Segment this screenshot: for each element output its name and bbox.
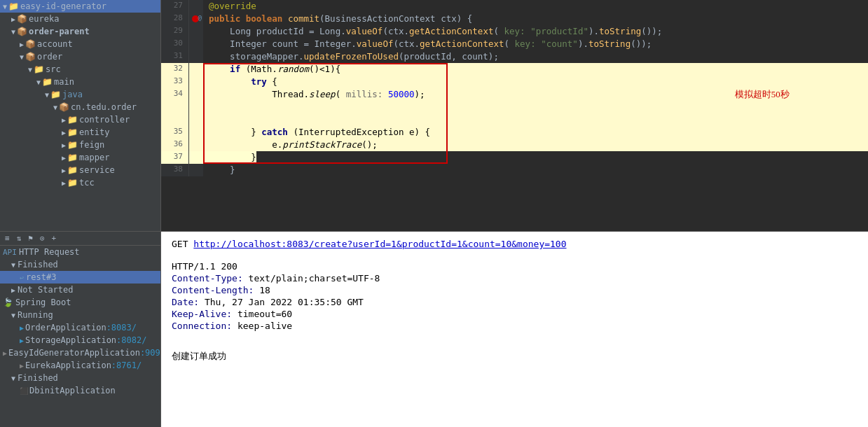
code-line-33: 33 try { bbox=[161, 76, 868, 88]
sidebar-label: order-parent bbox=[29, 27, 90, 36]
arrow-icon: ▼ bbox=[11, 261, 15, 269]
code-line-32: 32 if (Math.random()<1){ bbox=[161, 63, 868, 76]
arrow-icon: ▶ bbox=[62, 116, 66, 124]
arrow-icon: ▶ bbox=[62, 154, 66, 162]
toolbar-dots-icon[interactable]: ⊙ bbox=[38, 233, 47, 244]
folder-icon: 📁 bbox=[34, 64, 44, 74]
finished-spring-label: Finished bbox=[18, 373, 58, 383]
arrow-icon: ▶ bbox=[62, 179, 66, 187]
storage-app-item[interactable]: ▶ StorageApplication:8082/ bbox=[0, 334, 160, 346]
spring-boot-section[interactable]: 🍃 Spring Boot bbox=[0, 296, 160, 309]
line-gutter bbox=[189, 63, 203, 76]
line-gutter bbox=[189, 88, 203, 126]
response-panel: GET http://localhost:8083/create?userId=… bbox=[161, 232, 868, 427]
sidebar-item-order-parent[interactable]: ▼ 📦 order-parent bbox=[0, 25, 160, 38]
line-number: 32 bbox=[161, 63, 189, 76]
eureka-app-item[interactable]: ▶ EurekaApplication:8761/ bbox=[0, 359, 160, 372]
header-key: Content-Type: bbox=[172, 273, 243, 284]
sidebar-item-src[interactable]: ▼ 📁 src bbox=[0, 63, 160, 76]
folder-icon: 📁 bbox=[67, 178, 78, 188]
header-key: Keep-Alive: bbox=[172, 309, 232, 319]
finished-section[interactable]: ▼ Finished bbox=[0, 258, 160, 271]
highlighted-block: 32 if (Math.random()<1){ 33 try { 34 Thr… bbox=[161, 63, 868, 164]
toolbar-menu-icon[interactable]: ≡ bbox=[3, 233, 12, 244]
response-status: HTTP/1.1 200 bbox=[172, 261, 857, 272]
line-content: } bbox=[203, 164, 235, 176]
sidebar-item-main[interactable]: ▼ 📁 main bbox=[0, 76, 160, 88]
sidebar-item-eureka[interactable]: ▶ 📦 eureka bbox=[0, 13, 160, 25]
play-icon: ▶ bbox=[20, 337, 24, 344]
sidebar-item-feign[interactable]: ▶ 📁 feign bbox=[0, 139, 160, 151]
toolbar-sort-icon[interactable]: ⇅ bbox=[15, 233, 24, 244]
response-request-line: GET http://localhost:8083/create?userId=… bbox=[172, 239, 857, 249]
sidebar-label: tcc bbox=[79, 178, 95, 188]
module-icon: 📦 bbox=[25, 52, 36, 62]
line-gutter bbox=[189, 76, 203, 88]
http-request-label: HTTP Request bbox=[19, 247, 80, 257]
code-line-27: 27 @override bbox=[161, 0, 868, 13]
sidebar-label: main bbox=[54, 77, 74, 87]
header-value: timeout=60 bbox=[232, 309, 292, 319]
code-editor: 27 @override 28 @ public boolean commit(… bbox=[161, 0, 868, 231]
not-started-section[interactable]: ▶ Not Started bbox=[0, 284, 160, 296]
code-line-31: 31 storageMapper.updateFrozenToUsed(prod… bbox=[161, 50, 868, 63]
sidebar-item-java[interactable]: ▼ 📁 java bbox=[0, 88, 160, 101]
arrow-icon: ▼ bbox=[20, 53, 24, 61]
http-request-section[interactable]: API HTTP Request bbox=[0, 246, 160, 258]
sidebar-item-tcc[interactable]: ▶ 📁 tcc bbox=[0, 176, 160, 189]
code-line-36: 36 e.printStackTrace(); bbox=[161, 139, 868, 151]
dbinit-app-item[interactable]: ⬛ DbinitApplication bbox=[0, 384, 160, 397]
line-number: 27 bbox=[161, 0, 189, 13]
sidebar-item-controller[interactable]: ▶ 📁 controller bbox=[0, 113, 160, 126]
code-line-34: 34 Thread.sleep( millis: 50000); 模拟超时50秒 bbox=[161, 88, 868, 126]
response-url[interactable]: http://localhost:8083/create?userId=1&pr… bbox=[193, 239, 566, 249]
line-gutter bbox=[189, 25, 203, 38]
easyid-app-item[interactable]: ▶ EasyIdGeneratorApplication:9090/ bbox=[0, 346, 160, 359]
sidebar-item-order[interactable]: ▼ 📦 order bbox=[0, 50, 160, 63]
arrow-icon: ▼ bbox=[11, 28, 15, 36]
arrow-icon: ▶ bbox=[20, 41, 24, 48]
header-key: Connection: bbox=[172, 321, 232, 331]
running-label: Running bbox=[18, 310, 53, 320]
arrow-icon: ▶ bbox=[11, 286, 15, 294]
line-number: 35 bbox=[161, 126, 189, 139]
play-icon: ▶ bbox=[20, 362, 24, 370]
arrow-icon: ▶ bbox=[11, 15, 15, 23]
sidebar-label: entity bbox=[79, 127, 109, 137]
line-gutter bbox=[189, 38, 203, 50]
stopped-icon: ⬛ bbox=[20, 387, 28, 395]
sidebar-label: service bbox=[79, 165, 115, 175]
code-line-28: 28 @ public boolean commit(BusinessActio… bbox=[161, 13, 868, 25]
sidebar-label: src bbox=[46, 64, 61, 74]
toolbar-add-icon[interactable]: + bbox=[50, 233, 59, 244]
sidebar-item-entity[interactable]: ▶ 📁 entity bbox=[0, 126, 160, 139]
header-value: text/plain;charset=UTF-8 bbox=[243, 273, 380, 284]
order-app-item[interactable]: ▶ OrderApplication:8083/ bbox=[0, 321, 160, 334]
toolbar-filter-icon[interactable]: ⚑ bbox=[26, 233, 35, 244]
header-value: Thu, 27 Jan 2022 01:35:50 GMT bbox=[199, 297, 364, 307]
bottom-panel: ≡ ⇅ ⚑ ⊙ + API HTTP Request ▼ Finished ↩ … bbox=[0, 231, 868, 427]
sidebar-item-package[interactable]: ▼ 📦 cn.tedu.order bbox=[0, 101, 160, 113]
line-content: storageMapper.updateFrozenToUsed(product… bbox=[203, 50, 499, 63]
order-app-label: OrderApplication:8083/ bbox=[25, 323, 137, 332]
arrow-icon: ▶ bbox=[62, 141, 66, 149]
running-section[interactable]: ▼ Running bbox=[0, 309, 160, 321]
sidebar-label: order bbox=[37, 52, 62, 62]
main-area: ▼ 📁 easy-id-generator ▶ 📦 eureka ▼ 📦 ord… bbox=[0, 0, 868, 231]
line-content: Thread.sleep( millis: 50000); 模拟超时50秒 bbox=[203, 88, 425, 126]
sidebar-item-account[interactable]: ▶ 📦 account bbox=[0, 38, 160, 50]
spring-icon: 🍃 bbox=[3, 298, 13, 307]
line-content: } bbox=[203, 151, 256, 164]
sidebar-item-service[interactable]: ▶ 📁 service bbox=[0, 164, 160, 176]
bookmark-icon: @ bbox=[198, 14, 202, 21]
storage-app-label: StorageApplication:8082/ bbox=[25, 335, 146, 345]
sidebar-item-mapper[interactable]: ▶ 📁 mapper bbox=[0, 151, 160, 164]
arrow-icon: ▼ bbox=[45, 91, 49, 99]
finished-spring-section[interactable]: ▼ Finished bbox=[0, 372, 160, 384]
rest3-item[interactable]: ↩ rest#3 bbox=[0, 271, 160, 284]
line-number: 33 bbox=[161, 76, 189, 88]
code-line-35: 35 } catch (InterruptedException e) { bbox=[161, 126, 868, 139]
sidebar-item-easy-id-generator[interactable]: ▼ 📁 easy-id-generator bbox=[0, 0, 160, 13]
file-tree-sidebar: ▼ 📁 easy-id-generator ▶ 📦 eureka ▼ 📦 ord… bbox=[0, 0, 161, 231]
api-icon: API bbox=[3, 248, 17, 257]
